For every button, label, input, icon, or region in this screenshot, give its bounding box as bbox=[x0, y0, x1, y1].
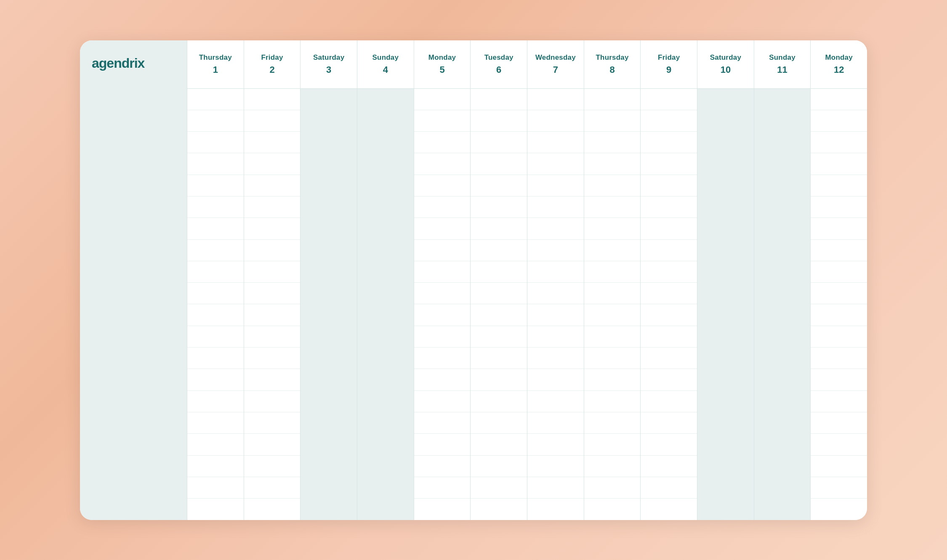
time-cell[interactable] bbox=[697, 89, 754, 110]
time-cell[interactable] bbox=[641, 261, 697, 283]
time-cell[interactable] bbox=[187, 261, 244, 283]
time-cell[interactable] bbox=[641, 218, 697, 239]
time-cell[interactable] bbox=[811, 434, 867, 455]
time-cell[interactable] bbox=[471, 132, 527, 153]
grid-column-7[interactable] bbox=[584, 89, 641, 520]
time-cell[interactable] bbox=[697, 412, 754, 434]
time-cell[interactable] bbox=[527, 283, 584, 304]
time-cell[interactable] bbox=[697, 348, 754, 369]
time-cell[interactable] bbox=[641, 434, 697, 455]
grid-column-4[interactable] bbox=[414, 89, 471, 520]
time-cell[interactable] bbox=[244, 456, 301, 477]
time-cell[interactable] bbox=[527, 132, 584, 153]
time-cell[interactable] bbox=[811, 326, 867, 348]
time-cell[interactable] bbox=[357, 477, 414, 499]
time-cell[interactable] bbox=[471, 456, 527, 477]
time-cell[interactable] bbox=[244, 153, 301, 175]
time-cell[interactable] bbox=[641, 412, 697, 434]
time-cell[interactable] bbox=[754, 369, 811, 390]
time-cell[interactable] bbox=[754, 240, 811, 261]
time-cell[interactable] bbox=[584, 477, 641, 499]
time-cell[interactable] bbox=[754, 348, 811, 369]
time-cell[interactable] bbox=[641, 153, 697, 175]
time-cell[interactable] bbox=[754, 261, 811, 283]
time-cell[interactable] bbox=[754, 218, 811, 239]
grid-column-8[interactable] bbox=[641, 89, 697, 520]
grid-column-11[interactable] bbox=[811, 89, 867, 520]
time-cell[interactable] bbox=[584, 304, 641, 326]
time-cell[interactable] bbox=[471, 434, 527, 455]
time-cell[interactable] bbox=[754, 304, 811, 326]
time-cell[interactable] bbox=[527, 369, 584, 390]
time-cell[interactable] bbox=[811, 175, 867, 196]
time-cell[interactable] bbox=[697, 499, 754, 520]
time-cell[interactable] bbox=[301, 434, 357, 455]
time-cell[interactable] bbox=[414, 153, 471, 175]
time-cell[interactable] bbox=[697, 369, 754, 390]
time-cell[interactable] bbox=[527, 477, 584, 499]
time-cell[interactable] bbox=[357, 456, 414, 477]
time-cell[interactable] bbox=[811, 240, 867, 261]
time-cell[interactable] bbox=[527, 326, 584, 348]
time-cell[interactable] bbox=[697, 304, 754, 326]
time-cell[interactable] bbox=[244, 89, 301, 110]
time-cell[interactable] bbox=[301, 304, 357, 326]
time-cell[interactable] bbox=[527, 110, 584, 132]
time-cell[interactable] bbox=[641, 369, 697, 390]
time-cell[interactable] bbox=[697, 132, 754, 153]
time-cell[interactable] bbox=[527, 434, 584, 455]
time-cell[interactable] bbox=[641, 283, 697, 304]
time-cell[interactable] bbox=[187, 110, 244, 132]
time-cell[interactable] bbox=[527, 412, 584, 434]
time-cell[interactable] bbox=[301, 110, 357, 132]
time-cell[interactable] bbox=[244, 196, 301, 218]
time-cell[interactable] bbox=[697, 434, 754, 455]
time-cell[interactable] bbox=[471, 412, 527, 434]
time-cell[interactable] bbox=[754, 283, 811, 304]
time-cell[interactable] bbox=[754, 110, 811, 132]
time-cell[interactable] bbox=[187, 89, 244, 110]
time-cell[interactable] bbox=[357, 110, 414, 132]
time-cell[interactable] bbox=[187, 175, 244, 196]
time-cell[interactable] bbox=[301, 240, 357, 261]
time-cell[interactable] bbox=[471, 240, 527, 261]
time-cell[interactable] bbox=[697, 477, 754, 499]
time-cell[interactable] bbox=[187, 326, 244, 348]
time-cell[interactable] bbox=[754, 196, 811, 218]
time-cell[interactable] bbox=[641, 456, 697, 477]
time-cell[interactable] bbox=[811, 132, 867, 153]
time-cell[interactable] bbox=[584, 110, 641, 132]
time-cell[interactable] bbox=[301, 412, 357, 434]
time-cell[interactable] bbox=[754, 132, 811, 153]
time-cell[interactable] bbox=[641, 196, 697, 218]
time-cell[interactable] bbox=[471, 499, 527, 520]
time-cell[interactable] bbox=[244, 132, 301, 153]
time-cell[interactable] bbox=[301, 132, 357, 153]
time-cell[interactable] bbox=[301, 391, 357, 412]
time-cell[interactable] bbox=[471, 283, 527, 304]
time-cell[interactable] bbox=[584, 261, 641, 283]
time-cell[interactable] bbox=[527, 391, 584, 412]
time-cell[interactable] bbox=[244, 499, 301, 520]
time-cell[interactable] bbox=[414, 240, 471, 261]
grid-column-9[interactable] bbox=[697, 89, 754, 520]
time-cell[interactable] bbox=[641, 391, 697, 412]
time-cell[interactable] bbox=[187, 153, 244, 175]
time-cell[interactable] bbox=[811, 218, 867, 239]
time-cell[interactable] bbox=[471, 196, 527, 218]
time-cell[interactable] bbox=[641, 477, 697, 499]
time-cell[interactable] bbox=[527, 348, 584, 369]
time-cell[interactable] bbox=[471, 326, 527, 348]
time-cell[interactable] bbox=[754, 477, 811, 499]
time-cell[interactable] bbox=[301, 326, 357, 348]
time-cell[interactable] bbox=[471, 391, 527, 412]
time-cell[interactable] bbox=[811, 499, 867, 520]
time-cell[interactable] bbox=[641, 499, 697, 520]
time-cell[interactable] bbox=[187, 412, 244, 434]
time-cell[interactable] bbox=[811, 348, 867, 369]
time-cell[interactable] bbox=[811, 196, 867, 218]
time-cell[interactable] bbox=[811, 391, 867, 412]
time-cell[interactable] bbox=[754, 89, 811, 110]
time-cell[interactable] bbox=[811, 89, 867, 110]
time-cell[interactable] bbox=[244, 304, 301, 326]
